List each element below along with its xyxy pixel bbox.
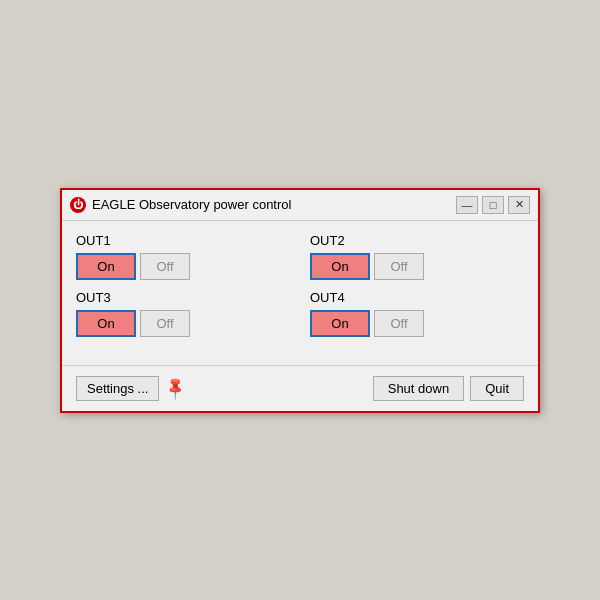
out4-on-button[interactable]: On bbox=[310, 310, 370, 337]
content-area: OUT1 On Off OUT2 On Off OUT3 On Off bbox=[62, 221, 538, 359]
footer: Settings ... 📌 Shut down Quit bbox=[62, 365, 538, 411]
output-group-out4: OUT4 On Off bbox=[310, 290, 524, 337]
window-title: EAGLE Observatory power control bbox=[92, 197, 291, 212]
output-row-2: OUT3 On Off OUT4 On Off bbox=[76, 290, 524, 337]
out4-label: OUT4 bbox=[310, 290, 524, 305]
output-row-1: OUT1 On Off OUT2 On Off bbox=[76, 233, 524, 280]
shutdown-button[interactable]: Shut down bbox=[373, 376, 464, 401]
quit-button[interactable]: Quit bbox=[470, 376, 524, 401]
minimize-button[interactable]: — bbox=[456, 196, 478, 214]
window-controls: — □ ✕ bbox=[456, 196, 530, 214]
out2-on-button[interactable]: On bbox=[310, 253, 370, 280]
out2-off-button[interactable]: Off bbox=[374, 253, 424, 280]
out3-on-button[interactable]: On bbox=[76, 310, 136, 337]
out1-label: OUT1 bbox=[76, 233, 290, 248]
footer-left: Settings ... 📌 bbox=[76, 376, 185, 401]
app-icon: ⏻ bbox=[70, 197, 86, 213]
out1-on-button[interactable]: On bbox=[76, 253, 136, 280]
out2-button-row: On Off bbox=[310, 253, 524, 280]
footer-right: Shut down Quit bbox=[373, 376, 524, 401]
close-button[interactable]: ✕ bbox=[508, 196, 530, 214]
settings-button[interactable]: Settings ... bbox=[76, 376, 159, 401]
output-group-out3: OUT3 On Off bbox=[76, 290, 290, 337]
out2-label: OUT2 bbox=[310, 233, 524, 248]
main-window: ⏻ EAGLE Observatory power control — □ ✕ … bbox=[60, 188, 540, 413]
out1-off-button[interactable]: Off bbox=[140, 253, 190, 280]
out3-off-button[interactable]: Off bbox=[140, 310, 190, 337]
title-bar-left: ⏻ EAGLE Observatory power control bbox=[70, 197, 291, 213]
out1-button-row: On Off bbox=[76, 253, 290, 280]
maximize-button[interactable]: □ bbox=[482, 196, 504, 214]
out3-button-row: On Off bbox=[76, 310, 290, 337]
out4-off-button[interactable]: Off bbox=[374, 310, 424, 337]
pin-icon[interactable]: 📌 bbox=[162, 374, 190, 402]
out3-label: OUT3 bbox=[76, 290, 290, 305]
output-group-out1: OUT1 On Off bbox=[76, 233, 290, 280]
out4-button-row: On Off bbox=[310, 310, 524, 337]
output-group-out2: OUT2 On Off bbox=[310, 233, 524, 280]
title-bar: ⏻ EAGLE Observatory power control — □ ✕ bbox=[62, 190, 538, 221]
